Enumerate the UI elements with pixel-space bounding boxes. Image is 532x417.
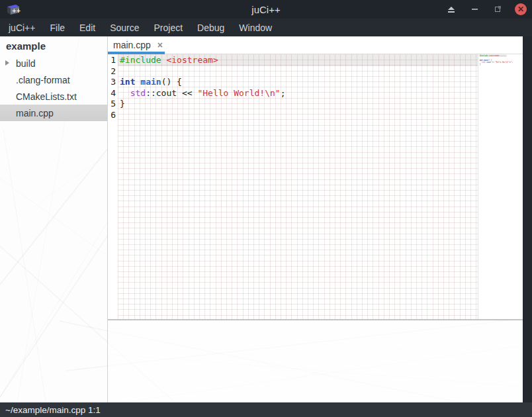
code-lines[interactable]: #include <iostream>int main() { std::cou… xyxy=(118,54,478,319)
restore-icon xyxy=(495,7,500,12)
minimap[interactable]: #include <iostream>int main() { std::cou… xyxy=(478,54,523,319)
statusbar: ~/example/main.cpp 1:1 xyxy=(0,402,532,417)
menu-juci[interactable]: juCi++ xyxy=(1,20,42,36)
file-tree: example build .clang-format CMakeLists.t… xyxy=(0,36,107,402)
juci-logo-icon: ++ xyxy=(5,3,21,16)
minimize-icon xyxy=(472,9,478,10)
close-button[interactable]: ✕ xyxy=(513,2,528,17)
chevron-right-icon[interactable] xyxy=(5,60,9,66)
shade-button[interactable] xyxy=(444,2,459,17)
menu-window[interactable]: Window xyxy=(232,20,279,36)
eject-icon xyxy=(448,7,455,13)
content-area: example build .clang-format CMakeLists.t… xyxy=(0,36,532,402)
titlebar[interactable]: ++ juCi++ ✕ xyxy=(0,0,532,19)
tree-root-example[interactable]: example xyxy=(0,36,107,55)
tree-item-cmakelists[interactable]: CMakeLists.txt xyxy=(0,88,107,105)
tree-item-build[interactable]: build xyxy=(0,55,107,71)
minimap-lines: #include <iostream>int main() { std::cou… xyxy=(478,54,523,68)
code-line[interactable] xyxy=(118,66,478,77)
source-editor: 123456 #include <iostream>int main() { s… xyxy=(108,54,523,319)
app-window: ++ juCi++ ✕ juCi++ File Edit Source Proj xyxy=(0,0,532,417)
code-line[interactable]: #include <iostream> xyxy=(118,55,478,66)
status-file-location: ~/example/main.cpp 1:1 xyxy=(5,405,101,415)
minimize-button[interactable] xyxy=(467,2,482,17)
tree-item-clang-format[interactable]: .clang-format xyxy=(0,71,107,88)
tab-close-icon[interactable]: × xyxy=(157,40,163,50)
menu-source[interactable]: Source xyxy=(103,20,146,36)
window-controls: ✕ xyxy=(444,0,528,19)
editor-pane: main.cpp × 123456 #include <iostream>int… xyxy=(108,36,523,402)
gutter: 123456 xyxy=(108,54,118,319)
restore-button[interactable] xyxy=(490,2,505,17)
output-pane[interactable] xyxy=(108,320,523,402)
menu-file[interactable]: File xyxy=(42,20,72,36)
code-line[interactable]: std::cout << "Hello World!\n"; xyxy=(118,88,478,99)
menu-project[interactable]: Project xyxy=(147,20,191,36)
close-icon: ✕ xyxy=(515,3,527,15)
menu-debug[interactable]: Debug xyxy=(190,20,232,36)
svg-text:++: ++ xyxy=(12,8,21,14)
menubar: juCi++ File Edit Source Project Debug Wi… xyxy=(0,19,532,36)
menu-edit[interactable]: Edit xyxy=(72,20,103,36)
code-line[interactable] xyxy=(118,110,478,121)
code-line[interactable]: } xyxy=(118,99,478,110)
tab-label: main.cpp xyxy=(113,40,151,50)
code-line[interactable]: int main() { xyxy=(118,77,478,88)
tabbar: main.cpp × xyxy=(108,36,523,54)
sidebar-splitter[interactable] xyxy=(107,36,108,402)
editor-scrollbar[interactable] xyxy=(523,36,532,402)
tree-item-main-cpp[interactable]: main.cpp xyxy=(0,105,107,121)
